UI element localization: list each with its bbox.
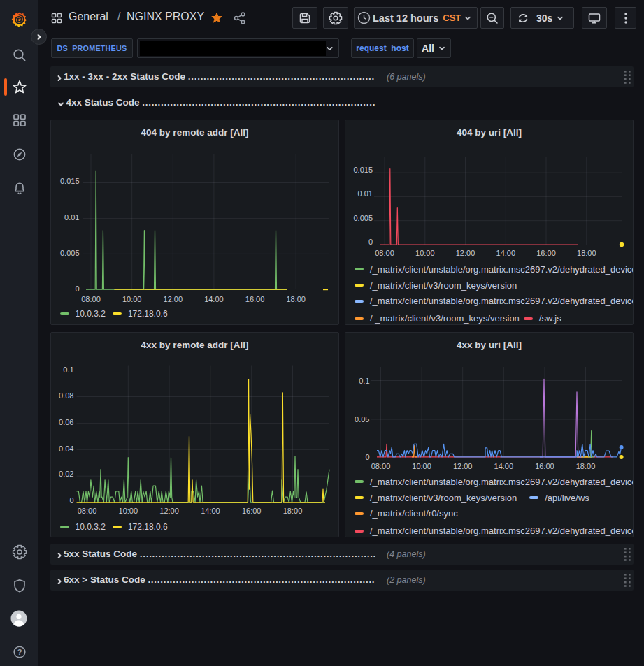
svg-text:16:00: 16:00 bbox=[245, 295, 265, 303]
svg-text:14:00: 14:00 bbox=[204, 295, 224, 303]
svg-text:0.01: 0.01 bbox=[64, 213, 79, 222]
svg-text:18:00: 18:00 bbox=[283, 507, 303, 515]
svg-text:18:00: 18:00 bbox=[576, 461, 596, 470]
svg-text:0: 0 bbox=[75, 284, 79, 292]
svg-text:16:00: 16:00 bbox=[242, 507, 262, 515]
svg-text:14:00: 14:00 bbox=[496, 249, 516, 257]
svg-text:12:00: 12:00 bbox=[453, 461, 473, 470]
svg-text:0.01: 0.01 bbox=[358, 189, 373, 198]
svg-text:14:00: 14:00 bbox=[201, 507, 220, 515]
svg-text:0.005: 0.005 bbox=[60, 248, 80, 256]
svg-text:0.08: 0.08 bbox=[59, 391, 73, 400]
svg-text:12:00: 12:00 bbox=[164, 295, 183, 303]
svg-text:10:00: 10:00 bbox=[415, 249, 435, 257]
svg-text:08:00: 08:00 bbox=[81, 295, 101, 303]
svg-text:0.015: 0.015 bbox=[353, 166, 373, 174]
svg-text:?: ? bbox=[17, 648, 22, 656]
svg-text:16:00: 16:00 bbox=[536, 249, 556, 257]
svg-text:0: 0 bbox=[368, 238, 373, 246]
svg-text:10:00: 10:00 bbox=[122, 295, 142, 303]
svg-text:0.005: 0.005 bbox=[353, 213, 373, 222]
svg-text:0.06: 0.06 bbox=[59, 417, 73, 426]
svg-text:08:00: 08:00 bbox=[375, 249, 394, 257]
svg-text:0.02: 0.02 bbox=[59, 470, 73, 478]
svg-text:08:00: 08:00 bbox=[371, 461, 391, 470]
svg-text:10:00: 10:00 bbox=[119, 507, 138, 515]
svg-text:0.1: 0.1 bbox=[63, 365, 73, 373]
svg-text:0.04: 0.04 bbox=[59, 444, 73, 452]
svg-text:18:00: 18:00 bbox=[286, 295, 306, 303]
svg-text:08:00: 08:00 bbox=[78, 507, 97, 515]
svg-text:0.1: 0.1 bbox=[359, 376, 369, 384]
svg-text:18:00: 18:00 bbox=[577, 249, 596, 257]
svg-text:10:00: 10:00 bbox=[412, 461, 431, 470]
svg-text:14:00: 14:00 bbox=[494, 461, 514, 470]
svg-text:0: 0 bbox=[365, 452, 369, 461]
svg-text:12:00: 12:00 bbox=[456, 249, 475, 257]
svg-text:12:00: 12:00 bbox=[159, 507, 179, 515]
svg-text:0.05: 0.05 bbox=[355, 415, 369, 424]
svg-text:16:00: 16:00 bbox=[535, 461, 554, 470]
svg-text:0.015: 0.015 bbox=[60, 177, 80, 185]
svg-text:0: 0 bbox=[69, 495, 73, 504]
